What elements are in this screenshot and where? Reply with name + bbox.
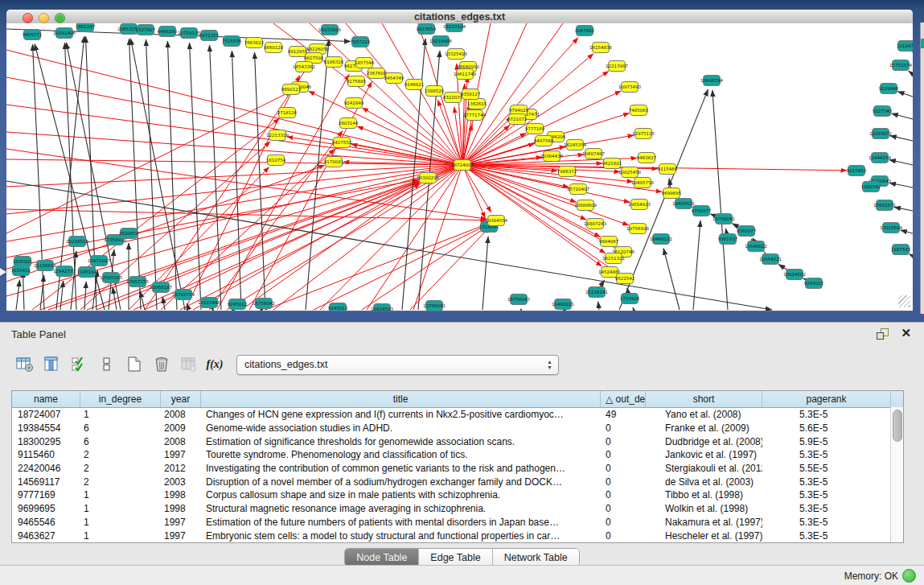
graph-node[interactable]: 16151321: [602, 253, 625, 264]
table-row[interactable]: 2242004622012Investigating the contribut…: [12, 462, 903, 476]
graph-node[interactable]: 1081542: [861, 182, 881, 192]
graph-edge[interactable]: [713, 90, 728, 310]
graph-edge[interactable]: [261, 310, 261, 311]
network-canvas[interactable]: 9405571203914061861247106532571527607646…: [6, 23, 913, 311]
table-row[interactable]: 1872400712008Changes of HCN gene express…: [12, 408, 903, 422]
graph-node[interactable]: 10975887: [88, 256, 110, 266]
graph-edge[interactable]: [351, 144, 462, 165]
delete-column-button[interactable]: [150, 352, 174, 377]
graph-node[interactable]: 16756042: [253, 299, 275, 309]
graph-node[interactable]: 8427552: [332, 138, 352, 148]
graph-node[interactable]: 9175685: [347, 76, 367, 87]
graph-node[interactable]: 17957255: [126, 277, 149, 287]
graph-node[interactable]: 1362615: [467, 99, 487, 109]
show-columns-button[interactable]: [40, 352, 64, 377]
column-header-year[interactable]: year: [161, 391, 201, 407]
graph-node[interactable]: 6466160: [158, 27, 178, 37]
graph-edge[interactable]: [889, 183, 913, 187]
table-scrollbar[interactable]: [890, 407, 903, 542]
graph-edge[interactable]: [565, 310, 565, 311]
graph-node[interactable]: 9361707: [718, 234, 738, 245]
graph-node[interactable]: 3915412: [11, 266, 31, 276]
graph-node[interactable]: 13766041: [423, 301, 446, 311]
close-panel-icon[interactable]: ✕: [901, 326, 911, 340]
graph-node[interactable]: 8186328: [324, 57, 344, 68]
graph-edge[interactable]: [16, 280, 20, 310]
graph-node[interactable]: 1145194: [77, 267, 97, 278]
graph-node[interactable]: 1810754: [266, 155, 286, 166]
graph-node[interactable]: 20364436: [540, 151, 563, 162]
graph-edge[interactable]: [598, 302, 599, 310]
graph-node[interactable]: 12505185: [100, 273, 122, 283]
graph-node[interactable]: 10025458: [618, 167, 641, 178]
graph-node[interactable]: 10973493: [618, 82, 641, 93]
graph-edge[interactable]: [889, 160, 913, 165]
table-row[interactable]: 946554611997Estimation of the future num…: [12, 516, 903, 529]
graph-node[interactable]: 19611749: [454, 69, 476, 80]
new-column-button[interactable]: [122, 352, 146, 377]
graph-node[interactable]: 9405571: [23, 30, 43, 40]
graph-node[interactable]: 16756043: [507, 295, 530, 305]
graph-node[interactable]: 9115460: [658, 164, 678, 175]
graph-node[interactable]: 18807243: [584, 219, 606, 229]
network-window[interactable]: citations_edges.txt 94055712039140618612…: [6, 10, 913, 311]
graph-node[interactable]: 10719135: [178, 28, 200, 39]
graph-node[interactable]: 1733426: [620, 294, 640, 304]
graph-edge[interactable]: [909, 71, 913, 74]
graph-node[interactable]: 16154838: [589, 43, 612, 53]
graph-node[interactable]: 10954221: [759, 254, 782, 265]
graph-node[interactable]: 17016504: [880, 223, 902, 233]
graph-node[interactable]: 12975115: [632, 129, 655, 139]
graph-edge[interactable]: [894, 207, 913, 211]
graph-node[interactable]: 15751074: [889, 60, 912, 71]
graph-node[interactable]: 9245012: [228, 299, 248, 310]
graph-edge[interactable]: [145, 66, 308, 310]
column-header-title[interactable]: title: [201, 391, 601, 407]
graph-node[interactable]: 1167533: [891, 245, 911, 255]
graph-node[interactable]: 19654923: [628, 200, 651, 210]
graph-node[interactable]: 7986372: [557, 167, 577, 177]
graph-node[interactable]: 1527607: [136, 25, 156, 35]
graph-edge[interactable]: [663, 249, 680, 310]
table-select-dropdown[interactable]: citations_edges.txt ▲▼: [236, 355, 559, 375]
graph-node[interactable]: 9890123: [281, 84, 302, 95]
graph-node[interactable]: 1112473: [897, 41, 913, 51]
graph-node[interactable]: 9227343: [873, 106, 893, 117]
graph-node[interactable]: 16756041: [713, 214, 735, 225]
network-window-titlebar[interactable]: citations_edges.txt: [6, 10, 913, 24]
graph-edge[interactable]: [633, 307, 634, 310]
graph-edge[interactable]: [306, 39, 329, 310]
graph-edge[interactable]: [362, 226, 488, 310]
table-row[interactable]: 1456911722003Disruption of a novel membe…: [12, 475, 903, 488]
graph-node[interactable]: 9361977: [737, 226, 757, 237]
graph-node[interactable]: 13325419: [445, 49, 467, 60]
graph-node[interactable]: 16033809: [318, 25, 341, 35]
graph-node[interactable]: 9463627: [637, 153, 657, 163]
graph-edge[interactable]: [232, 310, 233, 311]
hide-rows-button[interactable]: [95, 352, 119, 377]
function-builder-button[interactable]: f(x): [204, 352, 228, 377]
table-settings-button[interactable]: [13, 352, 37, 377]
column-header-short[interactable]: short: [646, 391, 762, 407]
graph-edge[interactable]: [146, 39, 157, 310]
graph-node[interactable]: 7663822: [244, 38, 265, 48]
memory-status-indicator[interactable]: [902, 569, 916, 583]
graph-node[interactable]: 15136141: [585, 287, 608, 298]
graph-node[interactable]: 9245022: [804, 278, 824, 289]
graph-node[interactable]: 18495758: [631, 178, 654, 188]
graph-node[interactable]: 9777169: [525, 124, 545, 134]
graph-node[interactable]: 2718126: [277, 108, 298, 118]
graph-node[interactable]: 1861247: [76, 23, 96, 32]
graph-node[interactable]: 19218986: [429, 36, 452, 47]
graph-node[interactable]: 15692971: [873, 200, 896, 211]
graph-node[interactable]: 8813054: [417, 24, 437, 35]
graph-node[interactable]: 12942737: [53, 266, 76, 277]
graph-edge[interactable]: [23, 271, 24, 310]
select-rows-button[interactable]: [68, 352, 92, 377]
window-resize-grip[interactable]: [898, 295, 910, 307]
graph-node[interactable]: 2620659: [119, 229, 139, 239]
graph-edge[interactable]: [193, 183, 420, 310]
graph-edge[interactable]: [6, 181, 772, 310]
graph-edge[interactable]: [161, 149, 335, 310]
graph-node[interactable]: 10958187: [150, 282, 172, 293]
